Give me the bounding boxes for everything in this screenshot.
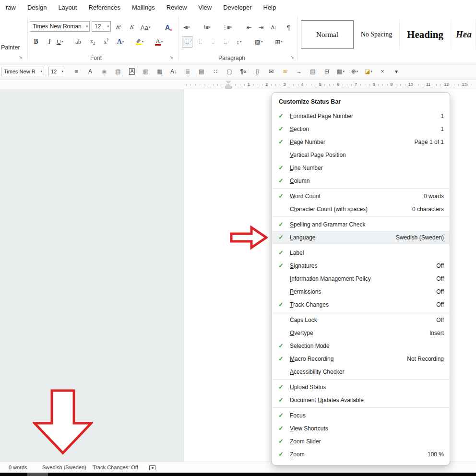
change-case-button[interactable]: Aa▾ <box>140 22 151 33</box>
multilevel-list-button[interactable]: ⋮≡▾ <box>222 22 232 33</box>
line-paragraph-options-icon[interactable]: ≡ ▾ <box>70 65 83 78</box>
text-highlight-button[interactable]: ▾ <box>134 36 145 48</box>
menu-item-label[interactable]: ✓ Label <box>272 246 450 259</box>
language-status[interactable]: Swedish (Sweden) <box>42 464 86 470</box>
close-x-icon[interactable]: × ▾ <box>376 65 389 78</box>
menu-item-word-count[interactable]: ✓ Word Count 0 words <box>272 190 450 202</box>
align-left-button[interactable]: ≡ <box>182 36 192 48</box>
clipboard-dialog-launcher-icon[interactable]: ↘ <box>17 54 24 60</box>
select-table-icon[interactable]: ⊞ ▾ <box>321 65 333 78</box>
align-center-button[interactable]: ≡ <box>195 36 206 48</box>
increase-indent-button[interactable]: ⇥ <box>256 22 266 33</box>
style-item[interactable]: Heading <box>400 20 451 49</box>
menu-tab[interactable]: Mailings <box>126 0 161 14</box>
superscript-button[interactable]: x2 <box>101 36 111 48</box>
menu-item-page-number[interactable]: ✓ Page Number Page 1 of 1 <box>272 135 450 148</box>
style-item[interactable]: Normal <box>301 20 354 49</box>
menu-tab[interactable]: Layout <box>52 0 83 14</box>
font-name-combo[interactable]: Times New Roman ▾ <box>30 21 90 32</box>
line-spacing-button[interactable]: ↕▾ <box>234 36 244 48</box>
export-page-icon[interactable]: → ▾ <box>293 65 305 78</box>
boxed-font-icon[interactable]: A ▾ <box>126 65 138 78</box>
shrink-font-button[interactable]: Aˇ <box>127 22 137 33</box>
document-lines-icon[interactable]: ▤ ▾ <box>307 65 319 78</box>
menu-item-vertical-page-position[interactable]: ✓ Vertical Page Position <box>272 148 450 161</box>
pilcrow-back-icon[interactable]: ¶« ▾ <box>237 65 250 78</box>
menu-item-view-shortcuts[interactable]: ✓ View Shortcuts <box>272 422 450 435</box>
font-color-button[interactable]: A▾ <box>154 36 164 48</box>
menu-item-information-management-policy[interactable]: ✓ Information Management Policy Off <box>272 272 450 285</box>
toolbar-font-size-combo[interactable]: 12 ▾ <box>48 67 65 76</box>
menu-item-upload-status[interactable]: ✓ Upload Status <box>272 381 450 393</box>
menu-tab[interactable]: Design <box>22 0 52 14</box>
list-settings-icon[interactable]: ∷ ▾ <box>209 65 222 78</box>
record-circle-icon[interactable]: ◉ ▾ <box>98 65 110 78</box>
sort-button[interactable]: A↓ <box>268 22 279 33</box>
menu-item-track-changes[interactable]: ✓ Track Changes Off <box>272 298 450 311</box>
menu-item-formatted-page-number[interactable]: ✓ Formatted Page Number 1 <box>272 109 450 122</box>
borders-button[interactable]: ⊞▾ <box>274 36 284 48</box>
menu-item-permissions[interactable]: ✓ Permissions Off <box>272 285 450 298</box>
grow-font-button[interactable]: A^ <box>113 22 124 33</box>
envelope-icon[interactable]: ✉ ▾ <box>265 65 277 78</box>
menu-item-document-updates-available[interactable]: ✓ Document Updates Available <box>272 393 450 406</box>
italic-button[interactable]: I <box>44 36 55 48</box>
table-icon[interactable]: ▦ ▾ <box>334 65 347 78</box>
menu-item-signatures[interactable]: ✓ Signatures Off <box>272 259 450 272</box>
menu-item-line-number[interactable]: ✓ Line Number <box>272 161 450 174</box>
font-size-combo[interactable]: 12 ▾ <box>92 21 111 32</box>
subscript-button[interactable]: x2 <box>87 36 98 48</box>
sort-icon[interactable]: A↓ ▾ <box>167 65 180 78</box>
menu-tab[interactable]: Developer <box>217 0 257 14</box>
page-font-icon[interactable]: ▧ ▾ <box>195 65 208 78</box>
menu-item-language[interactable]: ✓ Language Swedish (Sweden) <box>272 231 450 244</box>
bullets-button[interactable]: •≡▾ <box>181 22 192 33</box>
font-dialog-launcher-icon[interactable]: ↘ <box>168 54 175 60</box>
menu-item-section[interactable]: ✓ Section 1 <box>272 122 450 135</box>
menu-item-accessibility-checker[interactable]: ✓ Accessibility Checker <box>272 365 450 378</box>
clear-formatting-button[interactable]: A <box>162 22 173 33</box>
menu-item-caps-lock[interactable]: ✓ Caps Lock Off <box>272 313 450 326</box>
menu-tab[interactable]: Review <box>161 0 193 14</box>
menu-item-column[interactable]: ✓ Column <box>272 174 450 187</box>
menu-item-spelling-and-grammar-check[interactable]: ✓ Spelling and Grammar Check <box>272 218 450 231</box>
style-item[interactable]: No Spacing <box>354 20 400 49</box>
menu-item-zoom[interactable]: ✓ Zoom 100 % <box>272 448 450 461</box>
font-icon[interactable]: A ▾ <box>84 65 96 78</box>
toolbar-font-name-combo[interactable]: Times New R ▾ <box>1 67 44 76</box>
underline-button[interactable]: U▾ <box>55 36 65 48</box>
word-count-status[interactable]: 0 words <box>9 464 27 470</box>
fill-color-icon[interactable]: ◪ ▾ <box>362 65 375 78</box>
menu-tab[interactable]: View <box>192 0 217 14</box>
menu-item-macro-recording[interactable]: ✓ Macro Recording Not Recording <box>272 352 450 365</box>
draw-table-icon[interactable]: ▦ ▾ <box>154 65 166 78</box>
blank-page-icon[interactable]: ▯ ▾ <box>251 65 263 78</box>
menu-item-selection-mode[interactable]: ✓ Selection Mode <box>272 339 450 352</box>
strikethrough-button[interactable]: ab <box>73 36 83 48</box>
decrease-indent-button[interactable]: ⇤ <box>244 22 254 33</box>
copy-page-icon[interactable]: ▢ ▾ <box>223 65 236 78</box>
menu-item-character-count-with-spaces[interactable]: ✓ Character Count (with spaces) 0 charac… <box>272 202 450 215</box>
link-ring-icon[interactable]: ⊕ ▾ <box>348 65 361 78</box>
page-edit-icon[interactable]: ▤ ▾ <box>112 65 124 78</box>
highlight-rows-icon[interactable]: ≋ ▾ <box>279 65 291 78</box>
bold-button[interactable]: B <box>31 36 41 48</box>
menu-item-focus[interactable]: ✓ Focus <box>272 409 450 422</box>
shading-button[interactable]: ▨▾ <box>253 36 264 48</box>
numbering-button[interactable]: 1≡▾ <box>202 22 212 33</box>
style-item[interactable]: Hea <box>451 20 476 49</box>
menu-tab[interactable]: References <box>83 0 126 14</box>
menu-item-overtype[interactable]: ✓ Overtype Insert <box>272 326 450 339</box>
menu-tab[interactable]: Help <box>257 0 282 14</box>
menu-item-zoom-slider[interactable]: ✓ Zoom Slider <box>272 435 450 448</box>
paragraph-dialog-launcher-icon[interactable]: ↘ <box>289 54 296 60</box>
indent-marker[interactable] <box>226 81 231 88</box>
text-effects-button[interactable]: A▾ <box>115 36 126 48</box>
justify-button[interactable]: ≡ <box>220 36 231 48</box>
align-right-button[interactable]: ≡ <box>208 36 218 48</box>
macro-record-icon[interactable] <box>149 465 155 470</box>
menu-tab[interactable]: raw <box>0 0 22 14</box>
format-painter-label[interactable]: Painter <box>1 44 20 51</box>
page-color-icon[interactable]: ▥ ▾ <box>140 65 152 78</box>
track-changes-status[interactable]: Track Changes: Off <box>93 464 138 470</box>
